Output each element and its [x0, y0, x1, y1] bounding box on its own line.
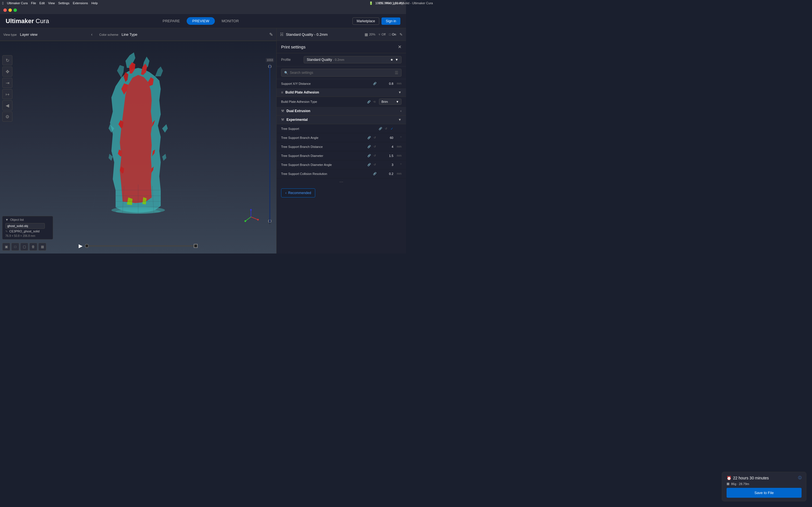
- obj-tool-delete[interactable]: 🗑: [29, 243, 37, 251]
- tool-mirror[interactable]: ↦: [2, 89, 12, 99]
- main-container: View type Layer view ‹ Color scheme Line…: [0, 28, 406, 253]
- menu-app-name[interactable]: Ultimaker Cura: [7, 1, 28, 5]
- svg-line-19: [56, 204, 70, 235]
- exp-reset-icon-0[interactable]: ↺: [384, 126, 388, 131]
- timeline-slider[interactable]: [85, 245, 198, 246]
- exp-setting-name-5: Tree Support Collision Resolution: [281, 172, 372, 175]
- experimental-header-left: ⚒ Experimental: [281, 118, 308, 122]
- collapse-icon[interactable]: ▼: [5, 218, 8, 221]
- dropdown-icon[interactable]: ▼: [395, 58, 398, 62]
- object-name-input[interactable]: [5, 223, 45, 229]
- settings-header: Print settings ✕: [276, 41, 406, 53]
- brim-dropdown[interactable]: Brim ▼: [379, 99, 402, 105]
- signin-button[interactable]: Sign in: [382, 17, 400, 25]
- exp-setting-icons-3: 🔗↺: [367, 154, 377, 158]
- marketplace-button[interactable]: Marketplace: [352, 17, 379, 25]
- nav-monitor[interactable]: MONITOR: [216, 17, 245, 25]
- exp-reset-icon-1[interactable]: ↺: [372, 135, 377, 140]
- layer-slider: 1033: [266, 58, 274, 225]
- titlebar: [0, 6, 406, 14]
- viewport[interactable]: View type Layer view ‹ Color scheme Line…: [0, 28, 276, 253]
- setting-name-support-xy: Support X/Y Distance: [281, 82, 372, 86]
- play-button[interactable]: ▶: [79, 243, 83, 249]
- object-list-item: ✎ CE3PRO_ghost_solid: [5, 229, 50, 234]
- layer-track[interactable]: [269, 63, 270, 224]
- header-nav: PREPARE PREVIEW MONITOR: [157, 17, 245, 25]
- edit-color-button[interactable]: ✎: [269, 32, 273, 37]
- object-item-name: CE3PRO_ghost_solid: [9, 230, 40, 233]
- menu-help[interactable]: Help: [91, 1, 98, 5]
- reset-icon-adhesion[interactable]: ⟲: [372, 100, 377, 104]
- window-title: CE3PRO_ghost_solid - Ultimaker Cura: [379, 1, 406, 5]
- exp-link-icon-5[interactable]: 🔗: [372, 172, 377, 176]
- exp-setting-value-1[interactable]: 60: [379, 136, 393, 139]
- close-window-button[interactable]: [3, 8, 7, 12]
- timeline-thumb[interactable]: [85, 244, 89, 248]
- exp-setting-name-2: Tree Support Branch Distance: [281, 145, 367, 149]
- exp-reset-icon-3[interactable]: ↺: [372, 154, 377, 158]
- experimental-setting-row-5: Tree Support Collision Resolution🔗0.2mm: [276, 169, 406, 178]
- experimental-header[interactable]: ⚒ Experimental ▼: [276, 115, 406, 124]
- menu-edit[interactable]: Edit: [40, 1, 45, 5]
- tool-support[interactable]: ◀: [2, 100, 12, 110]
- view-type-info: View type Layer view: [3, 33, 38, 37]
- exp-link-icon-3[interactable]: 🔗: [367, 154, 371, 158]
- right-panel: ☵ Standard Quality - 0.2mm ▦ 20% ▿ Off □…: [276, 28, 406, 253]
- exp-setting-value-3[interactable]: 1.5: [379, 154, 393, 158]
- view-type-collapse-button[interactable]: ‹: [91, 32, 93, 37]
- exp-setting-value-5[interactable]: 0.2: [379, 172, 393, 175]
- svg-point-24: [257, 219, 259, 221]
- obj-tool-arrange[interactable]: ▢: [20, 243, 28, 251]
- exp-link-icon-0[interactable]: 🔗: [378, 126, 383, 131]
- exp-setting-value-4[interactable]: 3: [379, 163, 393, 166]
- obj-tool-add[interactable]: ▦: [38, 243, 46, 251]
- recommended-button[interactable]: ‹ Recommended: [281, 188, 315, 198]
- exp-link-icon-2[interactable]: 🔗: [367, 145, 371, 149]
- profile-sub: - 0.2mm: [333, 58, 344, 61]
- nav-preview[interactable]: PREVIEW: [187, 17, 215, 25]
- svg-line-11: [121, 186, 124, 235]
- exp-setting-name-0: Tree Support: [281, 127, 378, 130]
- close-settings-button[interactable]: ✕: [398, 44, 402, 50]
- obj-tool-copy[interactable]: □: [11, 243, 19, 251]
- menu-view[interactable]: View: [48, 1, 55, 5]
- exp-reset-icon-4[interactable]: ↺: [372, 163, 377, 167]
- menu-file[interactable]: File: [31, 1, 36, 5]
- traffic-lights: [3, 8, 17, 12]
- exp-link-icon-4[interactable]: 🔗: [367, 163, 371, 167]
- star-icon[interactable]: ★: [390, 58, 393, 62]
- setting-value-support-xy[interactable]: 0.8: [379, 82, 393, 86]
- setting-row-support-xy: Support X/Y Distance 🔗 0.8 mm: [276, 79, 406, 88]
- tool-rotate[interactable]: ↻: [2, 55, 12, 65]
- minimize-window-button[interactable]: [8, 8, 12, 12]
- exp-setting-value-0[interactable]: ✓: [391, 127, 393, 131]
- link-icon-adhesion[interactable]: 🔗: [366, 100, 371, 104]
- exp-setting-unit-1: °: [395, 136, 402, 139]
- tool-move[interactable]: ⇥: [2, 78, 12, 88]
- exp-setting-value-2[interactable]: 4: [379, 145, 393, 149]
- obj-tool-center[interactable]: ▣: [2, 243, 10, 251]
- dual-extrusion-header[interactable]: ⚒ Dual Extrusion ‹: [276, 107, 406, 115]
- link-icon[interactable]: 🔗: [372, 81, 377, 86]
- tool-scale[interactable]: ✥: [2, 66, 12, 76]
- print-settings-panel: Print settings ✕ Profile Standard Qualit…: [276, 41, 406, 253]
- exp-link-icon-1[interactable]: 🔗: [367, 135, 371, 140]
- menu-settings[interactable]: Settings: [58, 1, 69, 5]
- maximize-window-button[interactable]: [13, 8, 17, 12]
- exp-setting-unit-4: °: [395, 163, 402, 166]
- tool-settings[interactable]: ⚙: [2, 112, 12, 122]
- build-plate-adhesion-header[interactable]: ≡ Build Plate Adhesion ▼: [276, 88, 406, 97]
- menu-extensions[interactable]: Extensions: [73, 1, 88, 5]
- search-input-wrapper: 🔍 ☰: [281, 69, 402, 76]
- search-input[interactable]: [290, 71, 393, 75]
- search-menu-icon[interactable]: ☰: [395, 70, 398, 75]
- support-off: Off: [382, 33, 386, 36]
- profile-label: Profile: [281, 58, 304, 62]
- nav-prepare[interactable]: PREPARE: [157, 17, 186, 25]
- quality-edit-button[interactable]: ✎: [400, 33, 403, 37]
- exp-reset-icon-2[interactable]: ↺: [372, 145, 377, 149]
- adhesion-on: On: [392, 33, 396, 36]
- setting-unit-support-xy: mm: [395, 82, 402, 85]
- brim-chevron-icon: ▼: [396, 100, 399, 103]
- profile-select[interactable]: Standard Quality - 0.2mm ★ ▼: [304, 56, 402, 63]
